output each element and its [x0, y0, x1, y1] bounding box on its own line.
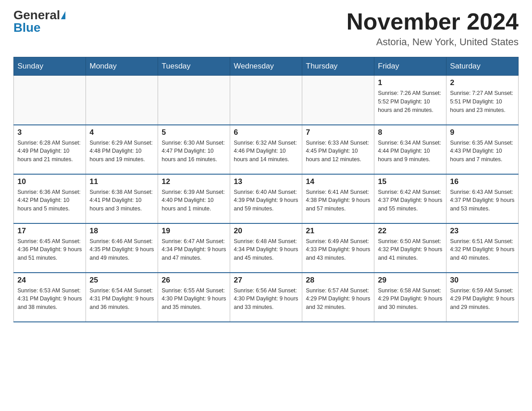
day-of-week-header: Thursday: [302, 57, 374, 76]
day-number: 6: [234, 128, 298, 137]
day-number: 8: [378, 128, 442, 137]
day-number: 10: [17, 177, 82, 186]
day-info: Sunrise: 6:40 AM Sunset: 4:39 PM Dayligh…: [234, 188, 298, 213]
calendar-cell: 13Sunrise: 6:40 AM Sunset: 4:39 PM Dayli…: [230, 174, 302, 223]
day-info: Sunrise: 6:41 AM Sunset: 4:38 PM Dayligh…: [306, 188, 370, 213]
day-info: Sunrise: 6:58 AM Sunset: 4:29 PM Dayligh…: [378, 287, 442, 312]
day-info: Sunrise: 6:45 AM Sunset: 4:36 PM Dayligh…: [17, 237, 82, 262]
calendar-header: SundayMondayTuesdayWednesdayThursdayFrid…: [14, 57, 519, 76]
day-number: 12: [162, 177, 226, 186]
calendar-cell: 4Sunrise: 6:29 AM Sunset: 4:48 PM Daylig…: [86, 125, 158, 174]
subtitle: Astoria, New York, United States: [347, 36, 519, 48]
calendar-cell: 11Sunrise: 6:38 AM Sunset: 4:41 PM Dayli…: [86, 174, 158, 223]
day-number: 1: [378, 78, 442, 87]
day-number: 21: [306, 227, 370, 235]
main-title: November 2024: [347, 9, 519, 34]
calendar-cell: 15Sunrise: 6:42 AM Sunset: 4:37 PM Dayli…: [374, 174, 446, 223]
day-info: Sunrise: 6:47 AM Sunset: 4:34 PM Dayligh…: [162, 237, 226, 262]
calendar-week-row: 17Sunrise: 6:45 AM Sunset: 4:36 PM Dayli…: [14, 223, 519, 273]
day-info: Sunrise: 7:26 AM Sunset: 5:52 PM Dayligh…: [378, 89, 442, 114]
calendar-cell: 27Sunrise: 6:56 AM Sunset: 4:30 PM Dayli…: [230, 273, 302, 322]
day-number: 17: [17, 227, 82, 235]
calendar-week-row: 24Sunrise: 6:53 AM Sunset: 4:31 PM Dayli…: [14, 273, 519, 322]
day-info: Sunrise: 6:54 AM Sunset: 4:31 PM Dayligh…: [90, 287, 154, 312]
calendar-cell: 19Sunrise: 6:47 AM Sunset: 4:34 PM Dayli…: [158, 223, 230, 273]
day-of-week-header: Tuesday: [158, 57, 230, 76]
calendar-cell: [158, 76, 230, 125]
day-info: Sunrise: 6:33 AM Sunset: 4:45 PM Dayligh…: [306, 139, 370, 164]
calendar-cell: 5Sunrise: 6:30 AM Sunset: 4:47 PM Daylig…: [158, 125, 230, 174]
calendar-cell: [302, 76, 374, 125]
day-number: 29: [378, 276, 442, 285]
calendar-week-row: 10Sunrise: 6:36 AM Sunset: 4:42 PM Dayli…: [14, 174, 519, 223]
calendar-cell: 14Sunrise: 6:41 AM Sunset: 4:38 PM Dayli…: [302, 174, 374, 223]
day-info: Sunrise: 6:43 AM Sunset: 4:37 PM Dayligh…: [450, 188, 515, 213]
day-number: 9: [450, 128, 515, 137]
calendar-cell: 1Sunrise: 7:26 AM Sunset: 5:52 PM Daylig…: [374, 76, 446, 125]
day-info: Sunrise: 7:27 AM Sunset: 5:51 PM Dayligh…: [450, 89, 515, 114]
day-number: 27: [234, 276, 298, 285]
day-number: 18: [90, 227, 154, 235]
calendar-cell: 8Sunrise: 6:34 AM Sunset: 4:44 PM Daylig…: [374, 125, 446, 174]
calendar-cell: 23Sunrise: 6:51 AM Sunset: 4:32 PM Dayli…: [446, 223, 519, 273]
day-number: 20: [234, 227, 298, 235]
calendar-cell: 3Sunrise: 6:28 AM Sunset: 4:49 PM Daylig…: [14, 125, 86, 174]
day-info: Sunrise: 6:28 AM Sunset: 4:49 PM Dayligh…: [17, 139, 82, 164]
day-number: 13: [234, 177, 298, 186]
day-number: 14: [306, 177, 370, 186]
header-row: SundayMondayTuesdayWednesdayThursdayFrid…: [14, 57, 519, 76]
day-info: Sunrise: 6:36 AM Sunset: 4:42 PM Dayligh…: [17, 188, 82, 213]
day-number: 23: [450, 227, 515, 235]
day-info: Sunrise: 6:49 AM Sunset: 4:33 PM Dayligh…: [306, 237, 370, 262]
calendar-cell: 2Sunrise: 7:27 AM Sunset: 5:51 PM Daylig…: [446, 76, 519, 125]
day-info: Sunrise: 6:59 AM Sunset: 4:29 PM Dayligh…: [450, 287, 515, 312]
day-number: 11: [90, 177, 154, 186]
day-number: 19: [162, 227, 226, 235]
day-info: Sunrise: 6:34 AM Sunset: 4:44 PM Dayligh…: [378, 139, 442, 164]
day-number: 26: [162, 276, 226, 285]
calendar-cell: 29Sunrise: 6:58 AM Sunset: 4:29 PM Dayli…: [374, 273, 446, 322]
day-of-week-header: Sunday: [14, 57, 86, 76]
day-info: Sunrise: 6:42 AM Sunset: 4:37 PM Dayligh…: [378, 188, 442, 213]
day-number: 22: [378, 227, 442, 235]
day-info: Sunrise: 6:56 AM Sunset: 4:30 PM Dayligh…: [234, 287, 298, 312]
logo-triangle-icon: [61, 11, 65, 19]
day-of-week-header: Monday: [86, 57, 158, 76]
calendar-cell: 10Sunrise: 6:36 AM Sunset: 4:42 PM Dayli…: [14, 174, 86, 223]
logo-blue-text: Blue: [13, 21, 41, 34]
calendar-cell: 24Sunrise: 6:53 AM Sunset: 4:31 PM Dayli…: [14, 273, 86, 322]
day-info: Sunrise: 6:51 AM Sunset: 4:32 PM Dayligh…: [450, 237, 515, 262]
day-info: Sunrise: 6:29 AM Sunset: 4:48 PM Dayligh…: [90, 139, 154, 164]
day-number: 5: [162, 128, 226, 137]
calendar-cell: [14, 76, 86, 125]
page-header: General Blue November 2024 Astoria, New …: [13, 9, 519, 48]
day-info: Sunrise: 6:39 AM Sunset: 4:40 PM Dayligh…: [162, 188, 226, 213]
calendar-cell: 25Sunrise: 6:54 AM Sunset: 4:31 PM Dayli…: [86, 273, 158, 322]
calendar-cell: 20Sunrise: 6:48 AM Sunset: 4:34 PM Dayli…: [230, 223, 302, 273]
logo-general-text: General: [13, 9, 60, 21]
day-number: 24: [17, 276, 82, 285]
day-number: 2: [450, 78, 515, 87]
day-number: 16: [450, 177, 515, 186]
day-number: 28: [306, 276, 370, 285]
day-number: 30: [450, 276, 515, 285]
calendar-cell: 18Sunrise: 6:46 AM Sunset: 4:35 PM Dayli…: [86, 223, 158, 273]
logo: General Blue: [13, 9, 65, 34]
calendar-week-row: 3Sunrise: 6:28 AM Sunset: 4:49 PM Daylig…: [14, 125, 519, 174]
calendar-cell: 28Sunrise: 6:57 AM Sunset: 4:29 PM Dayli…: [302, 273, 374, 322]
day-info: Sunrise: 6:57 AM Sunset: 4:29 PM Dayligh…: [306, 287, 370, 312]
day-number: 3: [17, 128, 82, 137]
day-info: Sunrise: 6:32 AM Sunset: 4:46 PM Dayligh…: [234, 139, 298, 164]
calendar-table: SundayMondayTuesdayWednesdayThursdayFrid…: [13, 57, 519, 322]
calendar-cell: [230, 76, 302, 125]
day-info: Sunrise: 6:50 AM Sunset: 4:32 PM Dayligh…: [378, 237, 442, 262]
day-number: 15: [378, 177, 442, 186]
day-info: Sunrise: 6:48 AM Sunset: 4:34 PM Dayligh…: [234, 237, 298, 262]
title-block: November 2024 Astoria, New York, United …: [347, 9, 519, 48]
calendar-cell: 16Sunrise: 6:43 AM Sunset: 4:37 PM Dayli…: [446, 174, 519, 223]
day-of-week-header: Wednesday: [230, 57, 302, 76]
calendar-cell: 9Sunrise: 6:35 AM Sunset: 4:43 PM Daylig…: [446, 125, 519, 174]
calendar-cell: 26Sunrise: 6:55 AM Sunset: 4:30 PM Dayli…: [158, 273, 230, 322]
calendar-cell: 22Sunrise: 6:50 AM Sunset: 4:32 PM Dayli…: [374, 223, 446, 273]
calendar-cell: 6Sunrise: 6:32 AM Sunset: 4:46 PM Daylig…: [230, 125, 302, 174]
